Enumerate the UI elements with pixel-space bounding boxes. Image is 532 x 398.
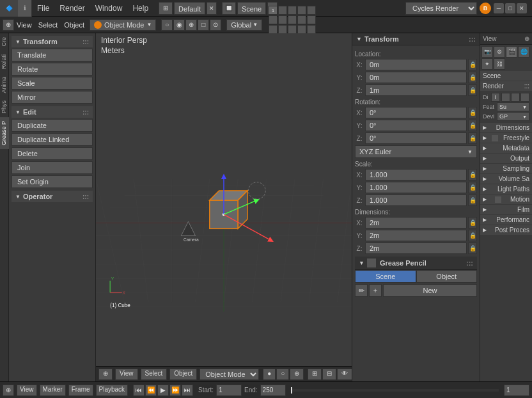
viewport-type-icon[interactable]: ⊕ (3, 19, 14, 31)
viewport-canvas[interactable]: Camera (96, 33, 352, 381)
layout-label[interactable]: Default (174, 2, 205, 15)
rotation-y-input[interactable] (365, 120, 467, 131)
prop-particles-icon[interactable]: ✦ (481, 58, 493, 70)
devi-dropdown[interactable]: GP ▼ (497, 112, 529, 121)
sidebar-tab-physics[interactable]: Phys (0, 97, 9, 117)
rewind-start-btn[interactable]: ⏮ (133, 385, 145, 396)
location-y-lock[interactable]: 🔒 (468, 72, 477, 83)
start-frame-input[interactable] (216, 385, 242, 396)
info-icon[interactable]: ℹ (18, 0, 32, 17)
snap-icon2[interactable]: ⊟ (322, 369, 336, 380)
duplicate-button[interactable]: Duplicate (12, 119, 93, 132)
timeline-scrubber[interactable] (291, 389, 499, 392)
layer-2[interactable] (278, 6, 287, 15)
scale-x-input[interactable] (365, 169, 467, 180)
snap-icon[interactable]: ⊞ (308, 369, 322, 380)
layer-14[interactable] (297, 25, 306, 34)
global-select[interactable]: Global ▼ (226, 19, 262, 31)
rotation-x-lock[interactable]: 🔒 (468, 107, 477, 118)
dim-x-input[interactable] (365, 217, 467, 228)
select-menu-btn[interactable]: Select (141, 369, 168, 380)
di-btn2[interactable] (511, 93, 520, 102)
location-z-input[interactable] (365, 84, 467, 96)
object-mode-select[interactable]: Object Mode ▼ (90, 19, 156, 31)
layer-11[interactable] (269, 25, 278, 34)
layer-3[interactable] (288, 6, 297, 15)
scene-section-header[interactable]: Scene (480, 71, 532, 81)
render-engine-select[interactable]: Cycles Render Blender Render (405, 2, 477, 15)
operator-panel-header[interactable]: ▼ Operator ::: (12, 191, 93, 202)
view-menu-btn[interactable]: View (115, 369, 138, 380)
close-button[interactable]: ✕ (517, 3, 527, 13)
motion-item[interactable]: ▶ Motion (480, 195, 532, 204)
transform-panel-header[interactable]: ▼ Transform ::: (12, 36, 93, 47)
scale-button[interactable]: Scale (12, 77, 93, 90)
object-btn[interactable]: Object (64, 21, 84, 29)
mirror-button[interactable]: Mirror (12, 91, 93, 104)
dim-y-lock[interactable]: 🔒 (468, 230, 477, 241)
timeline-type-icon[interactable]: ⊕ (3, 385, 14, 396)
scale-z-input[interactable] (365, 195, 467, 206)
view-snap-icon[interactable]: □ (198, 19, 209, 31)
di-btn1[interactable] (501, 93, 510, 102)
window-menu[interactable]: Window (90, 0, 128, 17)
layer-8[interactable] (288, 15, 297, 24)
minimize-button[interactable]: ─ (494, 3, 504, 13)
visible-icon[interactable]: 👁 (337, 369, 352, 380)
mode-dropdown[interactable]: Object Mode Edit Mode (199, 369, 259, 380)
prop-constraints-icon[interactable]: ⛓ (494, 58, 505, 70)
set-origin-button[interactable]: Set Origin (12, 175, 93, 188)
location-x-input[interactable] (365, 59, 467, 70)
select-btn[interactable]: Select (38, 21, 58, 29)
metadata-item[interactable]: ▶ Metadata (480, 143, 532, 153)
layer-6[interactable] (269, 15, 278, 24)
sidebar-tab-animation[interactable]: Anima (0, 73, 9, 97)
rotation-z-input[interactable] (365, 132, 467, 144)
sidebar-tab-grease[interactable]: Grease P (0, 117, 9, 149)
layer-12[interactable] (278, 25, 287, 34)
layer-4[interactable] (297, 6, 306, 15)
layout-add[interactable]: ✕ (207, 2, 217, 15)
postprocess-item[interactable]: ▶ Post Proces (480, 225, 532, 235)
maximize-button[interactable]: □ (505, 3, 515, 13)
layer-5[interactable] (307, 6, 316, 15)
end-frame-input[interactable] (260, 385, 286, 396)
forward-end-btn[interactable]: ⏭ (182, 385, 193, 396)
gp-object-btn[interactable]: Object (416, 270, 478, 283)
prop-world-icon[interactable]: 🌐 (518, 46, 529, 58)
location-z-lock[interactable]: 🔒 (468, 84, 477, 96)
rotation-x-input[interactable] (365, 107, 467, 118)
object-menu-btn[interactable]: Object (169, 369, 197, 380)
rotate-button[interactable]: Rotate (12, 63, 93, 76)
layer-7[interactable] (278, 15, 287, 24)
render-section-header[interactable]: Render ::: (480, 81, 532, 91)
timeline-marker-btn[interactable]: Marker (40, 385, 66, 396)
scene-label[interactable]: Scene (237, 2, 266, 15)
sidebar-tab-relations[interactable]: Relati (0, 51, 9, 73)
sampling-item[interactable]: ▶ Sampling (480, 164, 532, 173)
render-menu[interactable]: Render (54, 0, 90, 17)
prop-camera-icon[interactable]: 📷 (481, 46, 493, 58)
view-render-icon[interactable]: ◉ (173, 19, 185, 31)
layer-13[interactable] (288, 25, 297, 34)
volumesa-item[interactable]: ▶ Volume Sa (480, 174, 532, 184)
feat-dropdown[interactable]: Su ▼ (497, 102, 529, 111)
layer-1[interactable]: 1 (269, 6, 278, 15)
euler-dropdown[interactable]: XYZ Euler ▼ (355, 145, 477, 158)
view-transform-icon[interactable]: ⊕ (185, 19, 197, 31)
current-frame-input[interactable] (504, 385, 529, 396)
join-button[interactable]: Join (12, 161, 93, 174)
texture-shade-btn[interactable]: ⊕ (290, 369, 304, 380)
layer-9[interactable] (297, 15, 306, 24)
dim-y-input[interactable] (365, 230, 467, 241)
translate-button[interactable]: Translate (12, 49, 93, 61)
location-y-input[interactable] (365, 72, 467, 83)
viewport-icon-btn[interactable]: ⊕ (98, 369, 113, 380)
dim-z-input[interactable] (365, 243, 467, 254)
dim-x-lock[interactable]: 🔒 (468, 217, 477, 228)
location-x-lock[interactable]: 🔒 (468, 59, 477, 70)
file-menu[interactable]: File (32, 0, 54, 17)
view-sphere-icon[interactable]: ○ (161, 19, 173, 31)
sidebar-tab-create[interactable]: Cre (0, 33, 9, 51)
layer-15[interactable] (307, 25, 316, 34)
